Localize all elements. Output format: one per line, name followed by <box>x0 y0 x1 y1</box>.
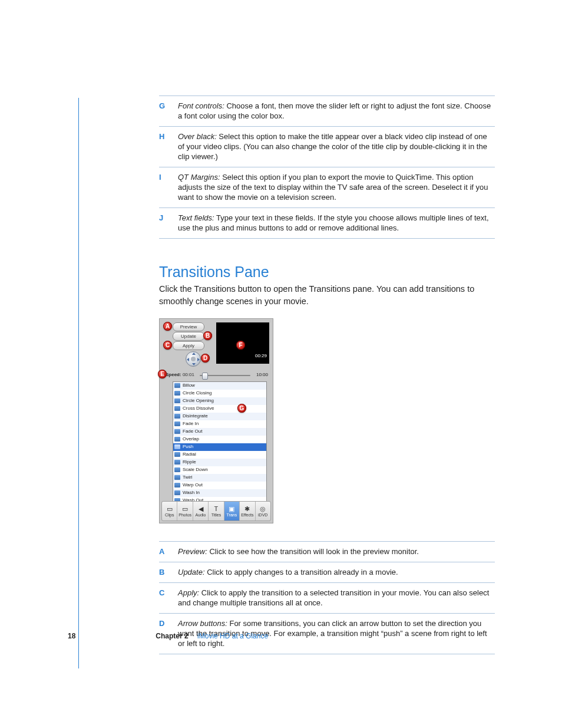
marker-a: A <box>163 322 172 331</box>
callout-row: JText fields: Type your text in these fi… <box>159 208 495 239</box>
arrow-right-icon[interactable] <box>197 358 200 361</box>
transition-item-label: Fade Out <box>183 429 202 434</box>
pane-tab-label: Titles <box>211 512 221 518</box>
transition-item-label: Billow <box>183 383 195 388</box>
section-body: Click the Transitions button to open the… <box>159 283 495 308</box>
transition-list-item[interactable]: Radial <box>173 451 266 459</box>
transition-item-icon <box>174 483 180 487</box>
pane-tab-label: Trans <box>227 512 237 518</box>
clips-icon: ▭ <box>167 505 173 512</box>
transition-list-item[interactable]: Wash In <box>173 489 266 497</box>
transition-item-label: Overlap <box>183 436 199 442</box>
pane-tab-label: Photos <box>178 512 191 518</box>
arrow-left-icon[interactable] <box>187 358 189 361</box>
apply-button[interactable]: Apply <box>173 341 204 350</box>
speed-row: Speed: 00:01 10:00 <box>166 372 268 379</box>
chapter-label: Chapter 2 <box>156 632 195 640</box>
page-number: 18 <box>68 632 154 640</box>
effects-icon: ✱ <box>244 505 250 512</box>
transition-list-item[interactable]: Warp Out <box>173 482 266 489</box>
transition-list-item[interactable]: Circle Closing <box>173 390 266 397</box>
pane-tab-label: Clips <box>165 512 174 518</box>
transition-item-label: Scale Down <box>183 467 208 472</box>
callout-row: HOver black: Select this option to make … <box>159 127 495 167</box>
pane-tab-label: Audio <box>196 512 206 518</box>
callout-row: BUpdate: Click to apply changes to a tra… <box>159 562 495 583</box>
titles-icon: T <box>214 505 219 512</box>
callout-row: APreview: Click to see how the transitio… <box>159 542 495 562</box>
transition-item-icon <box>174 475 180 480</box>
transition-list-item[interactable]: Scale Down <box>173 466 266 474</box>
transition-item-label: Radial <box>183 452 196 457</box>
idvd-icon: ◎ <box>260 505 266 512</box>
pane-toolbar: ▭Clips▭Photos◀AudioTTitles▣Trans✱Effects… <box>161 501 271 521</box>
marker-c: C <box>163 341 172 350</box>
transition-item-icon <box>174 452 180 457</box>
transitions-pane-figure: Preview Update Apply 00:29 Speed: 00:01 … <box>159 318 273 523</box>
callout-desc: Update: Click to apply changes to a tran… <box>178 562 495 583</box>
pane-tab-audio[interactable]: ◀Audio <box>193 502 209 521</box>
arrow-up-icon[interactable] <box>192 353 196 355</box>
transition-item-label: Circle Closing <box>183 390 211 396</box>
direction-wheel[interactable] <box>186 351 201 367</box>
pane-tab-label: iDVD <box>258 512 267 518</box>
marker-d: D <box>201 354 210 363</box>
callout-letter: H <box>159 127 178 167</box>
marker-f: F <box>236 341 245 350</box>
speed-slider-thumb[interactable] <box>202 373 208 380</box>
section-heading: Transitions Pane <box>159 263 495 281</box>
marker-g: G <box>237 404 246 413</box>
pane-tab-idvd[interactable]: ◎iDVD <box>256 502 270 521</box>
titles-callout-table: GFont controls: Choose a font, then move… <box>159 95 495 239</box>
transition-item-label: Disintegrate <box>183 413 208 419</box>
trans-icon: ▣ <box>229 505 234 512</box>
pane-tab-titles[interactable]: TTitles <box>209 502 224 521</box>
callout-row: CApply: Click to apply the transition to… <box>159 583 495 614</box>
audio-icon: ◀ <box>199 505 203 512</box>
callout-letter: C <box>159 583 178 614</box>
transition-list-item[interactable]: Push <box>173 443 266 451</box>
transition-list-item[interactable]: Disintegrate <box>173 413 266 420</box>
speed-label: Speed: <box>166 372 181 377</box>
transition-item-label: Circle Opening <box>183 398 214 403</box>
transition-item-icon <box>174 444 180 449</box>
transition-item-label: Push <box>183 444 193 449</box>
pane-tab-trans[interactable]: ▣Trans <box>224 502 240 521</box>
callout-row: IQT Margins: Select this option if you p… <box>159 167 495 208</box>
transition-list-item[interactable]: Fade Out <box>173 428 266 436</box>
chapter-title: iMovie HD at a Glance <box>197 632 268 640</box>
pane-tab-clips[interactable]: ▭Clips <box>162 502 177 521</box>
transition-list-item[interactable]: Billow <box>173 382 266 390</box>
transition-item-icon <box>174 391 180 396</box>
update-button[interactable]: Update <box>173 332 204 341</box>
transition-item-icon <box>174 383 180 388</box>
main-content: GFont controls: Choose a font, then move… <box>159 95 495 654</box>
transition-list-item[interactable]: Fade In <box>173 420 266 428</box>
callout-letter: G <box>159 96 178 127</box>
transition-item-icon <box>174 406 180 411</box>
preview-button[interactable]: Preview <box>173 322 204 331</box>
callout-desc: Font controls: Choose a font, then move … <box>178 96 495 127</box>
transition-item-label: Wash In <box>183 490 200 495</box>
callout-letter: I <box>159 167 178 208</box>
callout-letter: J <box>159 208 178 239</box>
arrow-down-icon[interactable] <box>192 363 196 365</box>
transition-item-icon <box>174 467 180 472</box>
callout-desc: Over black: Select this option to make t… <box>178 127 495 167</box>
transition-item-icon <box>174 429 180 434</box>
transition-item-label: Twirl <box>183 475 192 480</box>
pane-tab-photos[interactable]: ▭Photos <box>177 502 193 521</box>
transition-list-item[interactable]: Overlap <box>173 436 266 443</box>
transitions-list[interactable]: BillowCircle ClosingCircle OpeningCross … <box>173 381 267 505</box>
transition-item-icon <box>174 490 180 495</box>
marker-e: E <box>158 370 167 378</box>
transition-item-icon <box>174 460 180 465</box>
transition-list-item[interactable]: Cross Dissolve <box>173 405 266 413</box>
transition-item-icon <box>174 421 180 426</box>
callout-letter: A <box>159 542 178 562</box>
pane-tab-effects[interactable]: ✱Effects <box>240 502 255 521</box>
transition-item-icon <box>174 414 180 419</box>
transition-list-item[interactable]: Ripple <box>173 459 266 466</box>
transition-list-item[interactable]: Twirl <box>173 474 266 482</box>
transition-list-item[interactable]: Circle Opening <box>173 397 266 405</box>
